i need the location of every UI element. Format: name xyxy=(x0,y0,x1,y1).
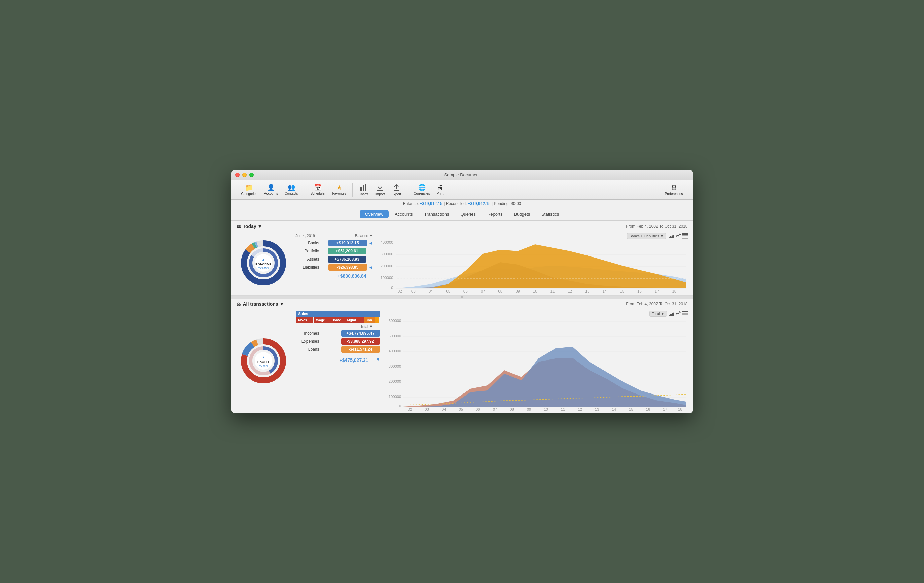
table-chart-icon[interactable] xyxy=(682,233,688,239)
liabilities-arrow: ◄ xyxy=(368,264,373,270)
section-divider[interactable]: ≡ xyxy=(231,296,693,299)
main-window: Sample Document 📁 Categories 👤 Accounts … xyxy=(231,170,693,413)
charts-button[interactable]: Charts xyxy=(355,182,372,197)
svg-text:12: 12 xyxy=(568,289,572,292)
print-button[interactable]: 🖨 Print xyxy=(433,183,447,197)
chart-filter-dropdown[interactable]: Banks + Liabilities ▼ xyxy=(627,233,666,239)
svg-text:200000: 200000 xyxy=(380,264,393,268)
export-button[interactable]: Export xyxy=(388,182,404,197)
print-icon: 🖨 xyxy=(437,185,443,190)
total-dropdown[interactable]: Total ▼ xyxy=(360,324,373,329)
area-chart-icon[interactable] xyxy=(669,233,674,239)
bottom-date-range: From Feb 4, 2002 To Oct 31, 2018 xyxy=(626,302,688,306)
svg-text:06: 06 xyxy=(464,289,468,292)
favorites-button[interactable]: ★ Favorites xyxy=(329,183,350,197)
fullscreen-button[interactable] xyxy=(249,173,254,177)
svg-text:15: 15 xyxy=(620,289,624,292)
traffic-lights xyxy=(235,173,254,177)
contacts-button[interactable]: 👥 Contacts xyxy=(281,183,301,197)
svg-text:16: 16 xyxy=(637,289,642,292)
banks-arrow: ◄ xyxy=(368,240,373,246)
scheduler-button[interactable]: 📅 Scheduler xyxy=(307,183,329,197)
preferences-button[interactable]: ⚙ Preferences xyxy=(662,183,686,197)
liabilities-value: -$26,393.85 xyxy=(328,264,367,271)
svg-text:18: 18 xyxy=(672,289,676,292)
tab-reports[interactable]: Reports xyxy=(482,210,508,218)
svg-rect-3 xyxy=(377,190,383,190)
tab-queries[interactable]: Queries xyxy=(455,210,481,218)
favorites-label: Favorites xyxy=(332,192,346,195)
svg-text:PROFIT: PROFIT xyxy=(257,360,269,363)
tab-overview[interactable]: Overview xyxy=(360,210,389,218)
svg-text:600000: 600000 xyxy=(388,319,401,323)
expenses-label: Expenses xyxy=(296,339,319,344)
svg-text:07: 07 xyxy=(480,289,485,292)
top-chart-controls: Banks + Liabilities ▼ xyxy=(379,233,688,239)
toolbar: 📁 Categories 👤 Accounts 👥 Contacts 📅 Sch… xyxy=(231,180,693,200)
svg-text:+96.9%: +96.9% xyxy=(258,266,269,269)
close-button[interactable] xyxy=(235,173,239,177)
chart-filter-label: Banks + Liabilities ▼ xyxy=(629,234,663,238)
taxes-bar: Taxes xyxy=(296,317,314,323)
balance-donut-chart: ▲ BALANCE +96.9% xyxy=(238,238,289,288)
banks-value: +$19,912.15 xyxy=(328,239,367,246)
balance-col-header[interactable]: Balance ▼ xyxy=(355,234,373,238)
bottom-total-dropdown[interactable]: Total ▼ xyxy=(649,310,667,317)
svg-text:08: 08 xyxy=(510,408,514,411)
categories-button[interactable]: 📁 Categories xyxy=(238,183,261,197)
svg-text:10: 10 xyxy=(533,289,537,292)
bottom-section-title[interactable]: ⚖ All transactions ▼ xyxy=(236,301,284,307)
tab-budgets[interactable]: Budgets xyxy=(508,210,535,218)
expense-row: Expenses -$3,888,297.92 xyxy=(296,338,380,345)
svg-text:400000: 400000 xyxy=(380,241,393,244)
loans-value: -$411,571.24 xyxy=(341,346,380,353)
import-label: Import xyxy=(375,192,384,196)
categories-icon: 📁 xyxy=(245,184,253,191)
window-title: Sample Document xyxy=(444,172,480,177)
svg-text:+9.9%: +9.9% xyxy=(259,364,268,367)
balance-row-assets: Assets +$786,108.93 xyxy=(296,256,373,263)
category-bars: Sales Taxes Wage Home Mgmt Con... xyxy=(296,310,380,323)
tab-accounts[interactable]: Accounts xyxy=(389,210,418,218)
bottom-view-controls xyxy=(669,311,688,316)
svg-text:0: 0 xyxy=(399,404,401,408)
line-chart-icon[interactable] xyxy=(676,233,681,239)
portfolio-label: Portfolio xyxy=(296,249,319,253)
top-section-title[interactable]: ⚖ Today ▼ xyxy=(236,223,262,229)
currencies-icon: 🌐 xyxy=(418,185,426,190)
loans-label: Loans xyxy=(296,347,319,352)
balance-total: +$830,836.84 xyxy=(296,273,373,279)
tab-transactions[interactable]: Transactions xyxy=(419,210,454,218)
today-dropdown[interactable]: Today ▼ xyxy=(243,223,262,229)
balance-row-banks: Banks +$19,912.15 ◄ xyxy=(296,239,373,246)
top-date-range: From Feb 4, 2002 To Oct 31, 2018 xyxy=(626,224,688,228)
profit-total-arrow: ◄ xyxy=(375,356,380,362)
scheduler-icon: 📅 xyxy=(314,185,322,190)
minimize-button[interactable] xyxy=(242,173,247,177)
svg-text:BALANCE: BALANCE xyxy=(256,262,272,265)
svg-rect-60 xyxy=(682,314,688,315)
svg-text:17: 17 xyxy=(663,408,667,411)
svg-text:05: 05 xyxy=(446,289,450,292)
tab-statistics[interactable]: Statistics xyxy=(536,210,564,218)
balance-bar: Balance: +$19,912.15 | Reconciled: +$19,… xyxy=(231,200,693,208)
bottom-line-chart-icon[interactable] xyxy=(676,311,681,316)
home-bar: Home xyxy=(329,317,344,323)
bottom-area-chart-icon[interactable] xyxy=(669,311,674,316)
banks-label: Banks xyxy=(296,241,319,245)
all-transactions-dropdown[interactable]: All transactions ▼ xyxy=(243,301,284,307)
bottom-table-chart-icon[interactable] xyxy=(682,311,688,316)
svg-text:07: 07 xyxy=(493,408,497,411)
import-button[interactable]: Import xyxy=(372,182,388,197)
accounts-button[interactable]: 👤 Accounts xyxy=(261,183,281,197)
currencies-button[interactable]: 🌐 Currencies xyxy=(410,183,433,197)
contacts-icon: 👥 xyxy=(288,185,295,190)
view-controls xyxy=(669,233,688,239)
svg-text:17: 17 xyxy=(655,289,659,292)
liabilities-label: Liabilities xyxy=(296,265,319,269)
toolbar-group-1: 📁 Categories 👤 Accounts 👥 Contacts xyxy=(235,183,305,197)
svg-rect-18 xyxy=(682,237,688,237)
sales-bar: Sales xyxy=(296,310,380,317)
svg-text:13: 13 xyxy=(595,408,599,411)
svg-text:200000: 200000 xyxy=(388,380,401,383)
